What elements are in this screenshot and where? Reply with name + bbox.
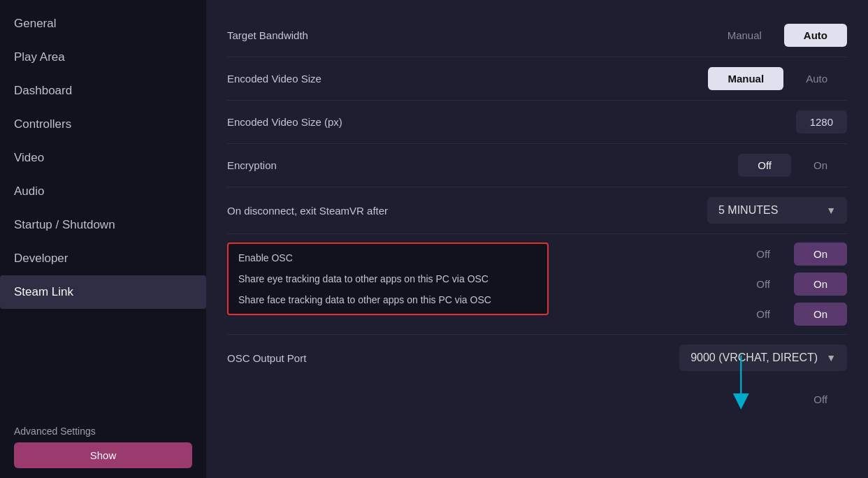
disconnect-row: On disconnect, exit SteamVR after 5 MINU… [227, 187, 847, 234]
osc-highlight-box: Enable OSC Share eye tracking data to ot… [227, 242, 549, 315]
sidebar-item-developer[interactable]: Developer [0, 242, 206, 275]
sidebar-bottom: Advanced Settings Show [0, 416, 206, 478]
encryption-on-btn[interactable]: On [794, 154, 847, 177]
osc-section: Enable OSC Share eye tracking data to ot… [227, 234, 847, 334]
osc-port-label: OSC Output Port [227, 352, 306, 364]
sidebar-item-play-area[interactable]: Play Area [0, 41, 206, 74]
enable-osc-label: Enable OSC [238, 252, 537, 263]
sidebar-item-dashboard[interactable]: Dashboard [0, 74, 206, 108]
enable-osc-off-btn[interactable]: Off [737, 242, 790, 266]
content-wrapper: Target Bandwidth Manual Auto Encoded Vid… [227, 14, 847, 464]
encryption-off-btn[interactable]: Off [738, 154, 791, 177]
share-face-on-btn[interactable]: On [794, 303, 847, 326]
encoded-video-size-label: Encoded Video Size [227, 73, 708, 85]
encryption-toggle: Off On [738, 154, 847, 177]
disconnect-dropdown[interactable]: 5 MINUTES ▼ [707, 197, 847, 224]
share-face-tracking-toggle-row: Off On [737, 303, 847, 326]
show-advanced-button[interactable]: Show [14, 442, 192, 468]
enable-osc-on-btn[interactable]: On [794, 242, 847, 266]
osc-port-value: 9000 (VRCHAT, DIRECT) [690, 352, 818, 364]
disconnect-value: 5 MINUTES [718, 204, 778, 217]
disconnect-chevron-icon: ▼ [826, 205, 836, 216]
osc-port-row: OSC Output Port 9000 (VRCHAT, DIRECT) ▼ [227, 334, 847, 381]
share-eye-tracking-toggle-row: Off On [737, 273, 847, 296]
share-eye-on-btn[interactable]: On [794, 273, 847, 296]
share-face-tracking-label: Share face tracking data to other apps o… [238, 294, 537, 305]
target-bandwidth-manual-btn[interactable]: Manual [708, 24, 781, 47]
sidebar-item-steam-link[interactable]: Steam Link [0, 275, 206, 309]
share-eye-tracking-label: Share eye tracking data to other apps on… [238, 273, 537, 284]
encoded-video-size-px-value: 1280 [796, 110, 847, 133]
target-bandwidth-label: Target Bandwidth [227, 29, 708, 41]
sidebar-item-general[interactable]: General [0, 7, 206, 41]
encoded-video-size-row: Encoded Video Size Manual Auto [227, 57, 847, 101]
encoded-video-size-auto-btn[interactable]: Auto [786, 67, 847, 90]
osc-port-chevron-icon: ▼ [826, 352, 836, 363]
graph-off-btn[interactable]: Off [794, 388, 847, 411]
encryption-label: Encryption [227, 159, 738, 171]
share-face-off-btn[interactable]: Off [737, 303, 790, 326]
disconnect-label: On disconnect, exit SteamVR after [227, 205, 707, 217]
encoded-video-size-manual-btn[interactable]: Manual [708, 67, 783, 90]
osc-controls: Off On Off On Off On [737, 242, 847, 326]
sidebar: General Play Area Dashboard Controllers … [0, 0, 206, 478]
encoded-video-size-px-label: Encoded Video Size (px) [227, 116, 796, 128]
sidebar-item-controllers[interactable]: Controllers [0, 108, 206, 141]
target-bandwidth-row: Target Bandwidth Manual Auto [227, 14, 847, 57]
encoded-video-size-toggle: Manual Auto [708, 67, 847, 90]
sidebar-item-video[interactable]: Video [0, 141, 206, 175]
encoded-video-size-px-row: Encoded Video Size (px) 1280 [227, 101, 847, 144]
target-bandwidth-auto-btn[interactable]: Auto [784, 24, 847, 47]
enable-osc-toggle-row: Off On [737, 242, 847, 266]
target-bandwidth-toggle: Manual Auto [708, 24, 847, 47]
main-content: Target Bandwidth Manual Auto Encoded Vid… [206, 0, 868, 478]
osc-port-dropdown[interactable]: 9000 (VRCHAT, DIRECT) ▼ [679, 345, 847, 371]
advanced-settings-label: Advanced Settings [14, 426, 192, 437]
sidebar-item-audio[interactable]: Audio [0, 175, 206, 208]
sidebar-item-startup-shutdown[interactable]: Startup / Shutdown [0, 208, 206, 242]
encryption-row: Encryption Off On [227, 144, 847, 187]
share-eye-off-btn[interactable]: Off [737, 273, 790, 296]
graph-row: Off [227, 381, 847, 418]
